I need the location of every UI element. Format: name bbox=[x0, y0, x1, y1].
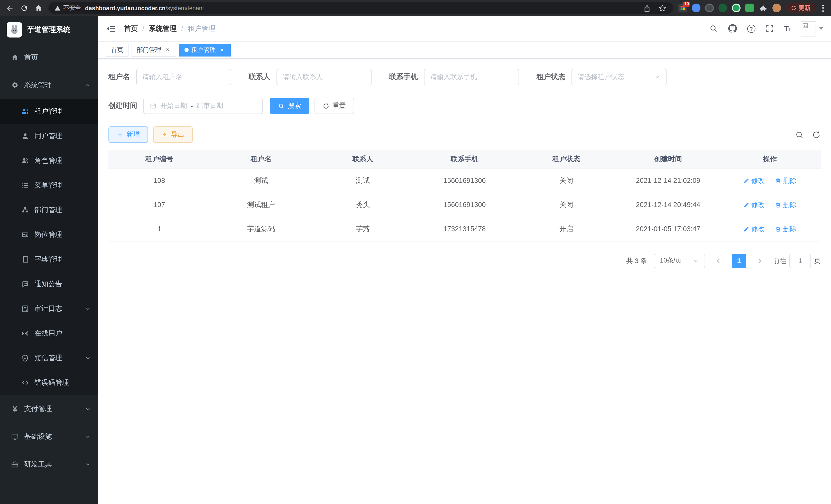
chevron-down-icon bbox=[85, 434, 91, 440]
reload-icon[interactable] bbox=[20, 3, 29, 12]
url-domain: dashboard.yudao.iocoder.cn bbox=[85, 5, 166, 11]
prev-page-button[interactable] bbox=[712, 254, 725, 267]
profile-avatar[interactable] bbox=[772, 4, 781, 12]
page-content: 租户名 请输入租户名 联系人 请输入联系人 联系手机 请输入联系手机 租户状态 bbox=[98, 59, 831, 504]
hamburger-icon[interactable] bbox=[106, 23, 116, 34]
extension-green-icon[interactable] bbox=[732, 4, 741, 12]
extensions-puzzle-icon[interactable] bbox=[758, 3, 768, 12]
back-icon[interactable] bbox=[5, 3, 15, 12]
tab-tenant[interactable]: 租户管理× bbox=[179, 43, 231, 56]
sidebar-item-online-users[interactable]: 在线用户 bbox=[0, 321, 98, 346]
chevron-down-icon bbox=[85, 462, 91, 468]
sidebar-item-post[interactable]: 岗位管理 bbox=[0, 223, 98, 247]
date-range-input[interactable]: 开始日期 - 结束日期 bbox=[143, 98, 263, 114]
page-size-select[interactable]: 10条/页 bbox=[654, 254, 705, 268]
goto-page-input[interactable] bbox=[790, 254, 811, 268]
delete-icon bbox=[775, 202, 781, 208]
sidebar-item-home[interactable]: 首页 bbox=[0, 44, 98, 71]
sidebar-item-menu[interactable]: 菜单管理 bbox=[0, 173, 98, 198]
close-icon[interactable]: × bbox=[164, 46, 171, 53]
tenant-name-input[interactable]: 请输入租户名 bbox=[136, 69, 231, 85]
sidebar-item-dept[interactable]: 部门管理 bbox=[0, 198, 98, 223]
contact-label: 联系人 bbox=[249, 72, 270, 82]
sidebar-item-payment[interactable]: ¥ 支付管理 bbox=[0, 395, 98, 423]
broadcast-icon bbox=[21, 329, 29, 337]
add-button[interactable]: 新增 bbox=[109, 126, 148, 143]
table-row: 1 芋道源码 芋艿 17321315478 开启 2021-01-05 17:0… bbox=[109, 217, 821, 241]
breadcrumb-system[interactable]: 系统管理 bbox=[149, 24, 177, 33]
help-icon[interactable]: ? bbox=[747, 24, 755, 33]
status-label: 租户状态 bbox=[537, 72, 565, 82]
delete-button[interactable]: 删除 bbox=[775, 224, 797, 234]
sidebar-item-audit-log[interactable]: 审计日志 bbox=[0, 296, 98, 321]
star-icon[interactable] bbox=[658, 3, 667, 12]
page-number-1[interactable]: 1 bbox=[732, 254, 746, 268]
sidebar-item-system[interactable]: 系统管理 bbox=[0, 71, 98, 99]
github-icon[interactable] bbox=[728, 24, 737, 33]
chevron-down-icon bbox=[85, 306, 91, 312]
next-page-button[interactable] bbox=[753, 254, 766, 267]
avatar bbox=[801, 21, 816, 36]
sidebar-item-sms[interactable]: 短信管理 bbox=[0, 346, 98, 370]
breadcrumb-current: 租户管理 bbox=[188, 24, 216, 33]
tab-home[interactable]: 首页 bbox=[106, 43, 128, 56]
extension-badge: 10 bbox=[683, 2, 690, 7]
search-button[interactable]: 搜索 bbox=[270, 98, 309, 114]
breadcrumb-home[interactable]: 首页 bbox=[124, 24, 138, 33]
extension-grid-icon[interactable]: 10 bbox=[678, 4, 687, 12]
edit-button[interactable]: 修改 bbox=[743, 224, 765, 234]
sidebar-menu: 首页 系统管理 租户管理 用户管理 角色管理 bbox=[0, 44, 98, 504]
col-actions: 操作 bbox=[719, 150, 821, 169]
goto-label: 前往 bbox=[773, 256, 786, 265]
font-size-icon[interactable]: TT bbox=[784, 24, 791, 33]
edit-button[interactable]: 修改 bbox=[743, 200, 765, 209]
extension-blue-icon[interactable] bbox=[692, 4, 700, 12]
refresh-table-icon[interactable] bbox=[812, 130, 821, 139]
search-icon[interactable] bbox=[709, 24, 718, 33]
address-bar[interactable]: 不安全 dashboard.yudao.iocoder.cn/system/te… bbox=[48, 2, 673, 14]
toggle-search-icon[interactable] bbox=[795, 130, 804, 139]
contact-input[interactable]: 请输入联系人 bbox=[277, 69, 372, 85]
security-label: 不安全 bbox=[63, 4, 81, 12]
tab-dept[interactable]: 部门管理× bbox=[132, 43, 176, 56]
logo[interactable]: 芋道管理系统 bbox=[0, 16, 98, 44]
extension-darkgreen-icon[interactable] bbox=[718, 4, 727, 12]
sidebar-item-user[interactable]: 用户管理 bbox=[0, 124, 98, 148]
create-time-label: 创建时间 bbox=[109, 101, 137, 111]
close-icon[interactable]: × bbox=[219, 46, 226, 53]
tenant-table: 租户编号 租户名 联系人 联系手机 租户状态 创建时间 操作 108 测试 bbox=[109, 150, 821, 241]
yen-icon: ¥ bbox=[11, 405, 19, 413]
edit-button[interactable]: 修改 bbox=[743, 176, 765, 185]
sidebar-item-role[interactable]: 角色管理 bbox=[0, 148, 98, 173]
sidebar-item-tenant[interactable]: 租户管理 bbox=[0, 99, 98, 124]
phone-input[interactable]: 请输入联系手机 bbox=[424, 69, 519, 85]
reset-button[interactable]: 重置 bbox=[315, 98, 354, 114]
sidebar-item-dict[interactable]: 字典管理 bbox=[0, 247, 98, 272]
browser-chrome: 不安全 dashboard.yudao.iocoder.cn/system/te… bbox=[0, 0, 831, 16]
status-select[interactable]: 请选择租户状态 bbox=[571, 69, 666, 85]
delete-button[interactable]: 删除 bbox=[775, 200, 797, 209]
update-button[interactable]: 更新 bbox=[786, 3, 815, 13]
user-menu[interactable] bbox=[801, 21, 823, 36]
sidebar-item-infra[interactable]: 基础设施 bbox=[0, 423, 98, 451]
extensions-area: 10 更新 bbox=[678, 3, 826, 13]
security-warning[interactable]: 不安全 bbox=[55, 4, 81, 12]
sidebar-item-dev-tools[interactable]: 研发工具 bbox=[0, 451, 98, 478]
home-icon[interactable] bbox=[34, 3, 43, 12]
col-tenant-id: 租户编号 bbox=[109, 150, 210, 169]
sidebar-item-error-code[interactable]: 错误码管理 bbox=[0, 370, 98, 395]
browser-menu-icon[interactable] bbox=[820, 3, 826, 12]
extension-dark-icon[interactable] bbox=[705, 4, 714, 12]
tags-view: 首页 部门管理× 租户管理× bbox=[98, 41, 831, 59]
navbar-actions: ? TT bbox=[709, 21, 823, 36]
delete-button[interactable]: 删除 bbox=[775, 176, 797, 185]
fullscreen-icon[interactable] bbox=[765, 24, 774, 33]
extension-chat-icon[interactable] bbox=[745, 4, 754, 12]
export-button[interactable]: 导出 bbox=[153, 126, 193, 143]
sidebar-item-notice[interactable]: 通知公告 bbox=[0, 272, 98, 296]
book-icon bbox=[21, 255, 29, 264]
gear-icon bbox=[11, 81, 19, 89]
search-icon bbox=[278, 102, 285, 109]
share-icon[interactable] bbox=[642, 3, 652, 12]
monitor-icon bbox=[11, 433, 19, 441]
